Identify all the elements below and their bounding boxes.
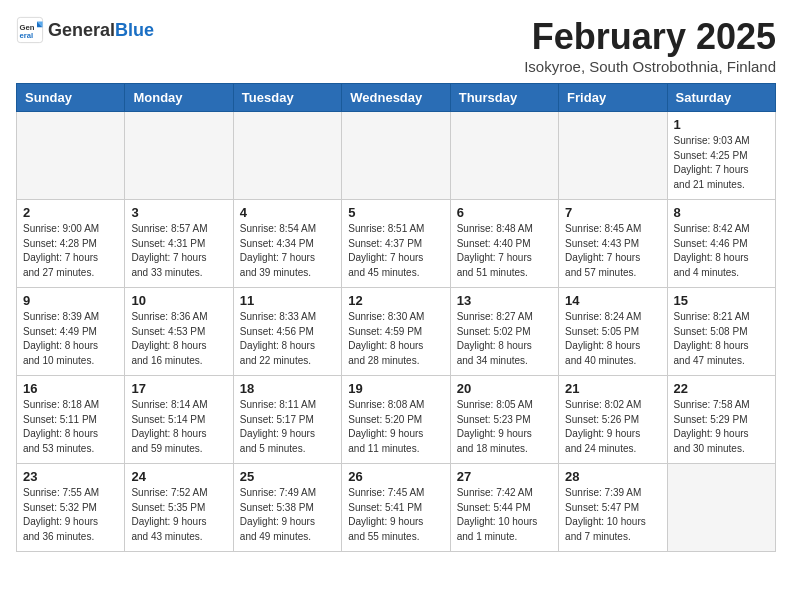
day-info: Sunrise: 8:54 AM Sunset: 4:34 PM Dayligh… [240, 222, 335, 280]
day-number: 8 [674, 205, 769, 220]
day-number: 25 [240, 469, 335, 484]
day-cell: 6Sunrise: 8:48 AM Sunset: 4:40 PM Daylig… [450, 200, 558, 288]
day-info: Sunrise: 8:24 AM Sunset: 5:05 PM Dayligh… [565, 310, 660, 368]
day-info: Sunrise: 8:33 AM Sunset: 4:56 PM Dayligh… [240, 310, 335, 368]
day-cell: 10Sunrise: 8:36 AM Sunset: 4:53 PM Dayli… [125, 288, 233, 376]
day-number: 17 [131, 381, 226, 396]
day-cell: 1Sunrise: 9:03 AM Sunset: 4:25 PM Daylig… [667, 112, 775, 200]
week-row-5: 23Sunrise: 7:55 AM Sunset: 5:32 PM Dayli… [17, 464, 776, 552]
day-cell: 7Sunrise: 8:45 AM Sunset: 4:43 PM Daylig… [559, 200, 667, 288]
week-row-3: 9Sunrise: 8:39 AM Sunset: 4:49 PM Daylig… [17, 288, 776, 376]
location-title: Isokyroe, South Ostrobothnia, Finland [524, 58, 776, 75]
day-number: 27 [457, 469, 552, 484]
weekday-header-saturday: Saturday [667, 84, 775, 112]
day-cell: 16Sunrise: 8:18 AM Sunset: 5:11 PM Dayli… [17, 376, 125, 464]
day-info: Sunrise: 8:21 AM Sunset: 5:08 PM Dayligh… [674, 310, 769, 368]
day-number: 14 [565, 293, 660, 308]
day-number: 1 [674, 117, 769, 132]
day-info: Sunrise: 8:51 AM Sunset: 4:37 PM Dayligh… [348, 222, 443, 280]
weekday-header-friday: Friday [559, 84, 667, 112]
month-title: February 2025 [524, 16, 776, 58]
day-info: Sunrise: 8:02 AM Sunset: 5:26 PM Dayligh… [565, 398, 660, 456]
day-number: 2 [23, 205, 118, 220]
weekday-header-row: SundayMondayTuesdayWednesdayThursdayFrid… [17, 84, 776, 112]
day-number: 20 [457, 381, 552, 396]
calendar: SundayMondayTuesdayWednesdayThursdayFrid… [16, 83, 776, 552]
day-info: Sunrise: 8:45 AM Sunset: 4:43 PM Dayligh… [565, 222, 660, 280]
day-cell [17, 112, 125, 200]
day-info: Sunrise: 8:57 AM Sunset: 4:31 PM Dayligh… [131, 222, 226, 280]
day-info: Sunrise: 8:39 AM Sunset: 4:49 PM Dayligh… [23, 310, 118, 368]
day-cell: 20Sunrise: 8:05 AM Sunset: 5:23 PM Dayli… [450, 376, 558, 464]
day-info: Sunrise: 8:08 AM Sunset: 5:20 PM Dayligh… [348, 398, 443, 456]
day-info: Sunrise: 9:03 AM Sunset: 4:25 PM Dayligh… [674, 134, 769, 192]
title-area: February 2025 Isokyroe, South Ostrobothn… [524, 16, 776, 75]
day-number: 15 [674, 293, 769, 308]
day-info: Sunrise: 7:45 AM Sunset: 5:41 PM Dayligh… [348, 486, 443, 544]
day-cell: 26Sunrise: 7:45 AM Sunset: 5:41 PM Dayli… [342, 464, 450, 552]
weekday-header-wednesday: Wednesday [342, 84, 450, 112]
day-cell: 9Sunrise: 8:39 AM Sunset: 4:49 PM Daylig… [17, 288, 125, 376]
logo-blue: Blue [115, 20, 154, 40]
day-cell: 17Sunrise: 8:14 AM Sunset: 5:14 PM Dayli… [125, 376, 233, 464]
day-number: 19 [348, 381, 443, 396]
day-cell: 3Sunrise: 8:57 AM Sunset: 4:31 PM Daylig… [125, 200, 233, 288]
svg-text:eral: eral [20, 31, 34, 40]
day-info: Sunrise: 7:52 AM Sunset: 5:35 PM Dayligh… [131, 486, 226, 544]
day-cell: 8Sunrise: 8:42 AM Sunset: 4:46 PM Daylig… [667, 200, 775, 288]
day-number: 16 [23, 381, 118, 396]
day-info: Sunrise: 7:58 AM Sunset: 5:29 PM Dayligh… [674, 398, 769, 456]
day-number: 21 [565, 381, 660, 396]
day-cell: 15Sunrise: 8:21 AM Sunset: 5:08 PM Dayli… [667, 288, 775, 376]
day-cell [125, 112, 233, 200]
day-info: Sunrise: 8:42 AM Sunset: 4:46 PM Dayligh… [674, 222, 769, 280]
day-cell: 12Sunrise: 8:30 AM Sunset: 4:59 PM Dayli… [342, 288, 450, 376]
day-cell: 4Sunrise: 8:54 AM Sunset: 4:34 PM Daylig… [233, 200, 341, 288]
weekday-header-sunday: Sunday [17, 84, 125, 112]
week-row-4: 16Sunrise: 8:18 AM Sunset: 5:11 PM Dayli… [17, 376, 776, 464]
day-cell: 13Sunrise: 8:27 AM Sunset: 5:02 PM Dayli… [450, 288, 558, 376]
day-number: 18 [240, 381, 335, 396]
day-cell: 28Sunrise: 7:39 AM Sunset: 5:47 PM Dayli… [559, 464, 667, 552]
day-info: Sunrise: 7:55 AM Sunset: 5:32 PM Dayligh… [23, 486, 118, 544]
day-cell: 22Sunrise: 7:58 AM Sunset: 5:29 PM Dayli… [667, 376, 775, 464]
logo: Gen eral GeneralBlue [16, 16, 154, 44]
day-cell: 24Sunrise: 7:52 AM Sunset: 5:35 PM Dayli… [125, 464, 233, 552]
weekday-header-tuesday: Tuesday [233, 84, 341, 112]
day-info: Sunrise: 9:00 AM Sunset: 4:28 PM Dayligh… [23, 222, 118, 280]
day-info: Sunrise: 8:27 AM Sunset: 5:02 PM Dayligh… [457, 310, 552, 368]
logo-general: General [48, 20, 115, 40]
day-cell [450, 112, 558, 200]
day-info: Sunrise: 8:18 AM Sunset: 5:11 PM Dayligh… [23, 398, 118, 456]
day-cell: 23Sunrise: 7:55 AM Sunset: 5:32 PM Dayli… [17, 464, 125, 552]
day-number: 22 [674, 381, 769, 396]
day-number: 5 [348, 205, 443, 220]
day-number: 3 [131, 205, 226, 220]
day-info: Sunrise: 8:36 AM Sunset: 4:53 PM Dayligh… [131, 310, 226, 368]
day-cell: 27Sunrise: 7:42 AM Sunset: 5:44 PM Dayli… [450, 464, 558, 552]
logo-text: GeneralBlue [48, 20, 154, 41]
day-number: 4 [240, 205, 335, 220]
day-info: Sunrise: 7:42 AM Sunset: 5:44 PM Dayligh… [457, 486, 552, 544]
week-row-2: 2Sunrise: 9:00 AM Sunset: 4:28 PM Daylig… [17, 200, 776, 288]
day-number: 10 [131, 293, 226, 308]
day-number: 26 [348, 469, 443, 484]
day-number: 6 [457, 205, 552, 220]
day-number: 23 [23, 469, 118, 484]
week-row-1: 1Sunrise: 9:03 AM Sunset: 4:25 PM Daylig… [17, 112, 776, 200]
page-header: Gen eral GeneralBlue February 2025 Isoky… [16, 16, 776, 75]
day-number: 12 [348, 293, 443, 308]
day-number: 28 [565, 469, 660, 484]
day-info: Sunrise: 8:14 AM Sunset: 5:14 PM Dayligh… [131, 398, 226, 456]
day-info: Sunrise: 7:39 AM Sunset: 5:47 PM Dayligh… [565, 486, 660, 544]
day-cell: 18Sunrise: 8:11 AM Sunset: 5:17 PM Dayli… [233, 376, 341, 464]
day-info: Sunrise: 7:49 AM Sunset: 5:38 PM Dayligh… [240, 486, 335, 544]
svg-text:Gen: Gen [20, 23, 35, 32]
day-number: 7 [565, 205, 660, 220]
logo-icon: Gen eral [16, 16, 44, 44]
day-cell: 2Sunrise: 9:00 AM Sunset: 4:28 PM Daylig… [17, 200, 125, 288]
day-cell: 5Sunrise: 8:51 AM Sunset: 4:37 PM Daylig… [342, 200, 450, 288]
day-number: 24 [131, 469, 226, 484]
day-cell: 25Sunrise: 7:49 AM Sunset: 5:38 PM Dayli… [233, 464, 341, 552]
weekday-header-monday: Monday [125, 84, 233, 112]
